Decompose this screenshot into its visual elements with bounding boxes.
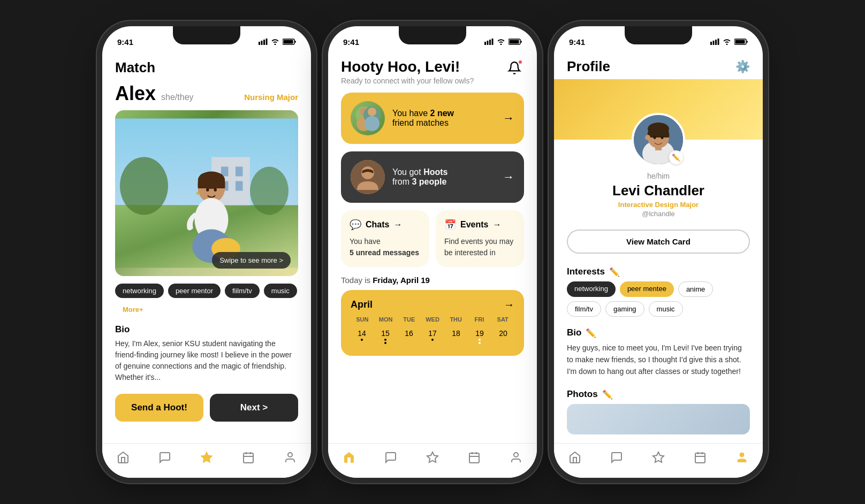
svg-rect-2	[263, 40, 265, 45]
status-icons-1	[259, 39, 296, 45]
nav-home-1[interactable]	[116, 450, 131, 465]
avatar-edit-button[interactable]: ✏️	[669, 150, 683, 164]
svg-rect-64	[695, 453, 705, 463]
hoots-person-svg	[351, 160, 385, 194]
calendar-header: April →	[351, 299, 514, 311]
phone-notch-1	[173, 26, 240, 44]
status-time-2: 9:41	[343, 37, 359, 47]
svg-rect-44	[469, 453, 479, 463]
photos-label: Photos	[567, 389, 598, 400]
events-arrow: →	[492, 220, 501, 230]
nav-star-3[interactable]	[651, 450, 666, 465]
home-icon-active	[343, 451, 355, 464]
calendar-icon-3	[694, 451, 707, 464]
nav-person-3-active[interactable]	[734, 450, 749, 465]
chats-body: You have5 unread messages	[350, 236, 421, 258]
calendar-icon	[242, 451, 255, 464]
cal-15[interactable]: 15	[374, 326, 397, 347]
nav-calendar-2[interactable]	[467, 450, 482, 465]
chats-label: Chats	[366, 220, 389, 230]
chats-arrow: →	[393, 220, 402, 230]
bio-edit-icon[interactable]: ✏️	[586, 328, 596, 338]
wifi-icon-2	[497, 39, 505, 45]
chat-icon	[158, 451, 171, 464]
today-text-pre: Today is	[341, 276, 373, 285]
swipe-badge[interactable]: Swipe to see more >	[212, 252, 291, 269]
send-hoot-button[interactable]: Send a Hoot!	[115, 394, 203, 422]
match-photo-container: Swipe to see more >	[115, 110, 298, 276]
mini-cards-row: 💬 Chats → You have5 unread messages 📅 Ev…	[341, 210, 524, 267]
cal-16[interactable]: 16	[398, 326, 420, 347]
notification-dot	[518, 59, 523, 65]
battery-icon-3	[734, 39, 748, 45]
match-pronoun: she/they	[161, 93, 193, 102]
interest-peer-mentee: peer mentee	[620, 281, 674, 297]
friend-match-card[interactable]: You have 2 newfriend matches →	[341, 93, 524, 144]
interest-gaming: gaming	[605, 301, 644, 317]
chats-card[interactable]: 💬 Chats → You have5 unread messages	[341, 210, 429, 267]
today-date: Friday, April 19	[373, 276, 430, 285]
nav-person-1[interactable]	[283, 450, 298, 465]
photos-edit-icon[interactable]: ✏️	[602, 390, 613, 400]
cal-14[interactable]: 14	[351, 326, 373, 347]
nav-star-1[interactable]	[199, 450, 214, 465]
svg-point-68	[740, 453, 744, 457]
events-body: Find events you may be interested in	[444, 236, 515, 258]
cal-19-today[interactable]: 19	[468, 326, 491, 347]
events-card[interactable]: 📅 Events → Find events you may be intere…	[436, 210, 524, 267]
profile-pronoun: he/him	[567, 172, 750, 180]
phone-1-match: 9:41 Match Alex she/they Nursing Major	[102, 26, 311, 478]
svg-rect-29	[484, 42, 486, 45]
cal-17[interactable]: 17	[421, 326, 444, 347]
nav-chat-1[interactable]	[157, 450, 172, 465]
cal-day-tue: TUE	[397, 316, 421, 323]
interests-edit-icon[interactable]: ✏️	[609, 267, 620, 277]
view-match-card-button[interactable]: View Match Card	[567, 230, 750, 254]
match-name: Alex	[115, 82, 156, 105]
tag-more[interactable]: More+	[115, 302, 151, 317]
phone-3-content: Profile ⚙️	[554, 53, 763, 443]
notification-bell[interactable]	[505, 58, 524, 78]
nav-home-3[interactable]	[567, 450, 582, 465]
events-header: 📅 Events →	[444, 219, 515, 231]
nav-calendar-3[interactable]	[693, 450, 708, 465]
bio-section: Bio Hey, I'm Alex, senior KSU student na…	[102, 322, 311, 388]
phone-1-content: Match Alex she/they Nursing Major	[102, 53, 311, 443]
svg-rect-14	[236, 181, 243, 191]
cal-day-fri: FRI	[468, 316, 491, 323]
tag-music: music	[264, 284, 297, 298]
phones-container: 9:41 Match Alex she/they Nursing Major	[92, 16, 773, 488]
chat-icon-2	[384, 451, 397, 464]
interest-film: film/tv	[567, 301, 601, 317]
photos-preview	[567, 404, 750, 434]
cal-18[interactable]: 18	[445, 326, 467, 347]
profile-name: Levi Chandler	[567, 182, 750, 199]
wifi-icon-3	[723, 39, 731, 45]
nav-chat-2[interactable]	[383, 450, 398, 465]
nav-calendar-1[interactable]	[241, 450, 256, 465]
svg-rect-3	[266, 39, 268, 45]
events-mini-icon: 📅	[444, 219, 456, 231]
settings-gear-icon[interactable]: ⚙️	[735, 60, 750, 74]
interest-music: music	[649, 301, 683, 317]
calendar-next-arrow[interactable]: →	[504, 299, 514, 311]
nav-chat-3[interactable]	[609, 450, 624, 465]
hoots-text: You got Hootsfrom 3 people	[392, 167, 495, 187]
cal-20[interactable]: 20	[492, 326, 514, 347]
hoots-avatar	[351, 160, 385, 194]
bio-content: Hey guys, nice to meet you, I'm Levi! I'…	[554, 342, 763, 385]
tag-film: fiilm/tv	[225, 284, 260, 298]
friend-match-text-pre: You have 2 newfriend matches	[392, 109, 454, 127]
friend-match-text: You have 2 newfriend matches	[392, 109, 495, 128]
nav-person-2[interactable]	[509, 450, 523, 465]
cal-day-mon: MON	[374, 316, 398, 323]
hoots-card[interactable]: You got Hootsfrom 3 people →	[341, 151, 524, 203]
next-button[interactable]: Next >	[210, 394, 298, 422]
svg-rect-31	[489, 40, 491, 45]
svg-rect-24	[244, 453, 253, 463]
nav-home-2[interactable]	[342, 450, 356, 465]
profile-hero-banner: ✏️	[554, 79, 763, 140]
nav-star-2[interactable]	[425, 450, 440, 465]
match-actions: Send a Hoot! Next >	[102, 388, 311, 428]
profile-handle: @lchandle	[567, 210, 750, 218]
